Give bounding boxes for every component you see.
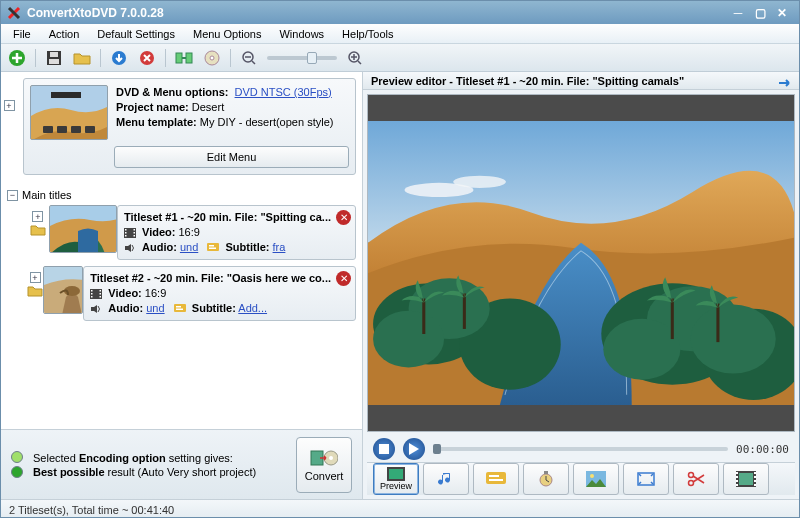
tab-extras[interactable] [723, 463, 769, 495]
svg-rect-15 [57, 126, 67, 133]
merge-button[interactable] [174, 48, 194, 68]
audio-link[interactable]: und [146, 302, 164, 314]
svg-rect-32 [91, 290, 93, 292]
titleset-title: Titleset #1 - ~20 min. File: "Spitting c… [124, 210, 349, 225]
preview-tabs: Preview [367, 462, 795, 495]
folder-icon [30, 224, 46, 236]
svg-rect-7 [186, 53, 192, 63]
menu-help-tools[interactable]: Help/Tools [334, 26, 401, 42]
svg-rect-67 [544, 471, 548, 474]
titleset-row: + ✕ Titleset #2 - [27, 266, 356, 321]
tab-output[interactable] [623, 463, 669, 495]
titleset-card[interactable]: ✕ Titleset #2 - ~20 min. File: "Oasis he… [83, 266, 356, 321]
playback-controls: 00:00:00 [367, 438, 795, 460]
save-button[interactable] [44, 48, 64, 68]
svg-point-52 [603, 319, 680, 380]
playback-time: 00:00:00 [736, 443, 789, 456]
remove-titleset-button[interactable]: ✕ [336, 271, 351, 286]
subtitle-icon [174, 304, 186, 314]
svg-rect-35 [100, 290, 102, 292]
main-titles-label: Main titles [22, 189, 72, 201]
edit-menu-button[interactable]: Edit Menu [114, 146, 349, 168]
left-panel: + [1, 72, 363, 499]
down-button[interactable] [109, 48, 129, 68]
svg-rect-6 [176, 53, 182, 63]
menu-default-settings[interactable]: Default Settings [89, 26, 183, 42]
tree-toggle-titleset[interactable]: + [32, 211, 43, 222]
preview-viewport[interactable] [367, 94, 795, 432]
svg-point-50 [373, 311, 444, 368]
svg-rect-3 [50, 52, 58, 57]
tab-cut[interactable] [673, 463, 719, 495]
audio-link[interactable]: und [180, 241, 198, 253]
menu-thumbnail [30, 85, 108, 140]
svg-rect-65 [489, 479, 503, 481]
add-button[interactable] [7, 48, 27, 68]
preview-header: Preview editor - Titleset #1 - ~20 min. … [363, 72, 799, 90]
maximize-button[interactable]: ▢ [749, 5, 771, 21]
menu-windows[interactable]: Windows [271, 26, 332, 42]
dvd-options-link[interactable]: DVD NTSC (30Fps) [235, 86, 332, 98]
svg-rect-36 [100, 293, 102, 295]
tab-chapters[interactable] [523, 463, 569, 495]
play-button[interactable] [403, 438, 425, 460]
svg-rect-79 [754, 472, 756, 474]
svg-rect-13 [51, 92, 81, 98]
status-text: 2 Titleset(s), Total time ~ 00:41:40 [9, 504, 174, 516]
tree-toggle-main-titles[interactable]: − [7, 190, 18, 201]
menu-action[interactable]: Action [41, 26, 88, 42]
subtitle-link[interactable]: fra [273, 241, 286, 253]
menubar: File Action Default Settings Menu Option… [1, 24, 799, 44]
filmstrip-icon [736, 471, 756, 487]
tree-toggle-root[interactable]: + [4, 100, 15, 111]
svg-point-59 [453, 176, 506, 188]
convert-button[interactable]: Convert [296, 437, 352, 493]
svg-rect-17 [85, 126, 95, 133]
tab-preview[interactable]: Preview [373, 463, 419, 495]
close-button[interactable]: ✕ [771, 5, 793, 21]
encoding-summary: Selected Encoding option setting gives: … [1, 429, 362, 499]
menu-menu-options[interactable]: Menu Options [185, 26, 269, 42]
tab-subtitles[interactable] [473, 463, 519, 495]
tab-image-settings[interactable] [573, 463, 619, 495]
svg-rect-22 [125, 235, 127, 237]
titleset-thumbnail[interactable] [49, 205, 117, 253]
svg-rect-76 [736, 476, 738, 478]
project-name-label: Project name: [116, 101, 189, 113]
menu-file[interactable]: File [5, 26, 39, 42]
svg-point-71 [689, 473, 694, 478]
project-name: Desert [192, 101, 224, 113]
svg-rect-40 [176, 309, 183, 311]
detach-preview-button[interactable] [777, 76, 793, 90]
svg-rect-81 [754, 480, 756, 482]
menu-template: My DIY - desert(open style) [200, 116, 334, 128]
svg-point-69 [590, 474, 594, 478]
tree-toggle-titleset[interactable]: + [30, 272, 41, 283]
tab-audio[interactable] [423, 463, 469, 495]
stop-button[interactable] [373, 438, 395, 460]
seek-slider[interactable] [433, 447, 728, 451]
open-button[interactable] [72, 48, 92, 68]
zoom-slider[interactable] [267, 56, 337, 60]
svg-rect-14 [43, 126, 53, 133]
status-bar: 2 Titleset(s), Total time ~ 00:41:40 [1, 499, 799, 518]
svg-rect-82 [754, 484, 756, 486]
minimize-button[interactable]: ─ [727, 5, 749, 21]
titleset-card[interactable]: ✕ Titleset #1 - ~20 min. File: "Spitting… [117, 205, 356, 260]
remove-titleset-button[interactable]: ✕ [336, 210, 351, 225]
svg-rect-77 [736, 480, 738, 482]
svg-rect-37 [100, 296, 102, 298]
svg-rect-39 [176, 306, 181, 308]
window-title: ConvertXtoDVD 7.0.0.28 [27, 6, 164, 20]
titleset-thumbnail[interactable] [43, 266, 83, 314]
zoom-in-icon[interactable] [345, 48, 365, 68]
svg-rect-64 [489, 475, 499, 477]
svg-rect-27 [209, 245, 214, 247]
toolbar [1, 44, 799, 72]
zoom-out-icon[interactable] [239, 48, 259, 68]
preview-tab-icon [387, 467, 405, 481]
burn-button[interactable] [202, 48, 222, 68]
subtitle-add-link[interactable]: Add... [238, 302, 267, 314]
music-note-icon [437, 470, 455, 488]
delete-button[interactable] [137, 48, 157, 68]
